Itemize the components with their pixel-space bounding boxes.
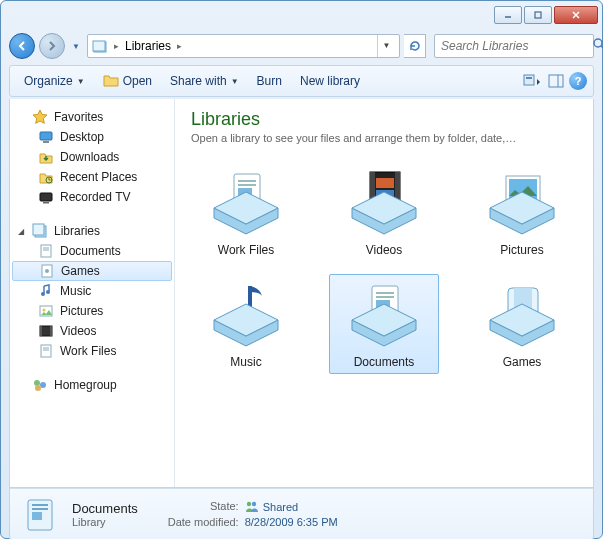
svg-point-6 xyxy=(594,39,602,47)
library-icon xyxy=(32,223,48,239)
library-label: Videos xyxy=(366,243,402,257)
svg-rect-9 xyxy=(526,77,532,79)
details-type: Library xyxy=(72,516,138,528)
details-name: Documents xyxy=(72,501,138,516)
library-label: Pictures xyxy=(500,243,543,257)
svg-rect-15 xyxy=(40,193,52,201)
recent-places-icon xyxy=(38,169,54,185)
body: Favorites DesktopDownloadsRecent PlacesR… xyxy=(9,99,594,488)
history-dropdown[interactable]: ▼ xyxy=(69,34,83,58)
svg-rect-12 xyxy=(40,132,52,140)
search-icon[interactable] xyxy=(592,37,603,55)
back-button[interactable] xyxy=(9,33,35,59)
details-state-label: State: xyxy=(168,500,239,514)
doc-library-icon xyxy=(346,279,422,351)
recorded-tv-icon xyxy=(38,189,54,205)
music-library-icon xyxy=(208,279,284,351)
library-label: Games xyxy=(503,355,542,369)
svg-rect-8 xyxy=(524,75,534,85)
maximize-button[interactable] xyxy=(524,6,552,24)
library-label: Music xyxy=(230,355,261,369)
view-button[interactable] xyxy=(521,70,543,92)
open-button[interactable]: Open xyxy=(95,69,160,94)
sidebar-item-recorded-tv[interactable]: Recorded TV xyxy=(10,187,174,207)
svg-rect-39 xyxy=(238,184,256,186)
sidebar-item-pictures[interactable]: Pictures xyxy=(10,301,174,321)
library-icon xyxy=(92,38,108,54)
sidebar-item-documents[interactable]: Documents xyxy=(10,241,174,261)
sidebar-item-desktop[interactable]: Desktop xyxy=(10,127,174,147)
library-work-files[interactable]: Work Files xyxy=(191,162,301,262)
library-pictures[interactable]: Pictures xyxy=(467,162,577,262)
burn-button[interactable]: Burn xyxy=(249,70,290,92)
sidebar-item-work-files[interactable]: Work Files xyxy=(10,341,174,361)
pictures-icon xyxy=(38,303,54,319)
sidebar: Favorites DesktopDownloadsRecent PlacesR… xyxy=(10,99,175,487)
organize-button[interactable]: Organize▼ xyxy=(16,70,93,92)
svg-point-24 xyxy=(41,292,45,296)
refresh-button[interactable] xyxy=(404,34,426,58)
video-library-icon xyxy=(346,167,422,239)
sidebar-item-videos[interactable]: Videos xyxy=(10,321,174,341)
search-box[interactable] xyxy=(434,34,594,58)
svg-rect-29 xyxy=(40,326,42,336)
svg-rect-10 xyxy=(549,75,563,87)
library-games[interactable]: Games xyxy=(467,274,577,374)
svg-point-60 xyxy=(251,502,255,506)
svg-rect-44 xyxy=(376,178,394,188)
folder-open-icon xyxy=(103,73,119,90)
svg-rect-51 xyxy=(376,296,394,298)
svg-point-34 xyxy=(34,380,40,386)
toolbar: Organize▼ Open Share with▼ Burn New libr… xyxy=(9,65,594,97)
library-music[interactable]: Music xyxy=(191,274,301,374)
sidebar-favorites[interactable]: Favorites xyxy=(10,107,174,127)
svg-rect-58 xyxy=(32,512,42,520)
search-input[interactable] xyxy=(441,39,592,53)
share-button[interactable]: Share with▼ xyxy=(162,70,247,92)
breadcrumb-dropdown[interactable]: ▼ xyxy=(377,35,395,57)
documents-icon xyxy=(20,494,60,534)
breadcrumb-root[interactable]: Libraries xyxy=(125,39,171,53)
breadcrumb-sep: ▸ xyxy=(112,41,121,51)
forward-button[interactable] xyxy=(39,33,65,59)
breadcrumb[interactable]: ▸ Libraries ▸ ▼ xyxy=(87,34,400,58)
game-library-icon xyxy=(484,279,560,351)
new-library-button[interactable]: New library xyxy=(292,70,368,92)
library-grid: Work FilesVideosPicturesMusicDocumentsGa… xyxy=(191,162,577,374)
sidebar-item-games[interactable]: Games xyxy=(12,261,172,281)
star-icon xyxy=(32,109,48,125)
sidebar-libraries[interactable]: ◢ Libraries xyxy=(10,221,174,241)
close-button[interactable] xyxy=(554,6,598,24)
minimize-button[interactable] xyxy=(494,6,522,24)
navbar: ▼ ▸ Libraries ▸ ▼ xyxy=(9,29,594,63)
page-subtitle: Open a library to see your files and arr… xyxy=(191,132,577,144)
svg-rect-38 xyxy=(238,180,256,182)
svg-point-23 xyxy=(45,269,49,273)
content-pane: Libraries Open a library to see your fil… xyxy=(175,99,593,487)
work-files-icon xyxy=(38,343,54,359)
sidebar-homegroup[interactable]: Homegroup xyxy=(10,375,174,395)
svg-rect-30 xyxy=(50,326,52,336)
sidebar-item-music[interactable]: Music xyxy=(10,281,174,301)
sidebar-item-downloads[interactable]: Downloads xyxy=(10,147,174,167)
explorer-window: ▼ ▸ Libraries ▸ ▼ Organize▼ Open Share w… xyxy=(0,0,603,539)
details-pane: Documents Library State: Shared Date mod… xyxy=(9,488,594,539)
titlebar xyxy=(1,1,602,29)
svg-rect-57 xyxy=(32,508,48,510)
library-videos[interactable]: Videos xyxy=(329,162,439,262)
sidebar-item-recent-places[interactable]: Recent Places xyxy=(10,167,174,187)
documents-icon xyxy=(38,243,54,259)
sidebar-libraries-group: ◢ Libraries DocumentsGamesMusicPicturesV… xyxy=(10,221,174,361)
details-modified-label: Date modified: xyxy=(168,516,239,528)
library-documents[interactable]: Documents xyxy=(329,274,439,374)
videos-icon xyxy=(38,323,54,339)
downloads-icon xyxy=(38,149,54,165)
breadcrumb-sep[interactable]: ▸ xyxy=(175,41,184,51)
svg-point-36 xyxy=(35,385,41,391)
details-modified-value: 8/28/2009 6:35 PM xyxy=(245,516,338,528)
desktop-icon xyxy=(38,129,54,145)
doc-library-icon xyxy=(208,167,284,239)
help-button[interactable]: ? xyxy=(569,72,587,90)
svg-point-27 xyxy=(43,309,46,312)
preview-pane-button[interactable] xyxy=(545,70,567,92)
